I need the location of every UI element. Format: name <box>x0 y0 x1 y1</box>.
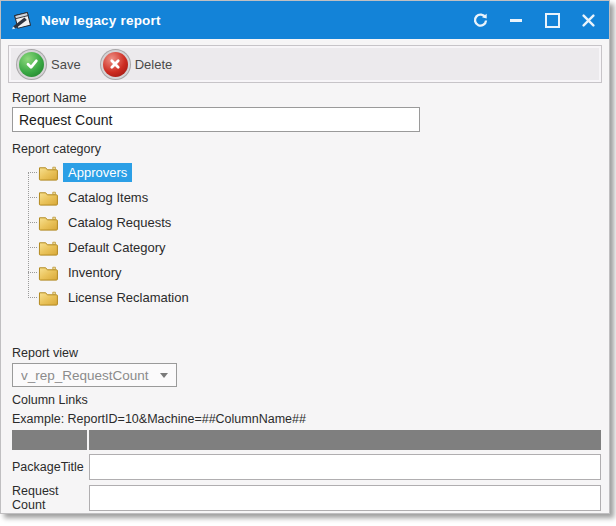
tree-item-approvers[interactable]: Approvers <box>17 160 317 185</box>
report-note-icon <box>11 10 33 30</box>
new-legacy-report-dialog: New legacy report <box>0 0 610 514</box>
report-category-label: Report category <box>12 142 101 156</box>
refresh-icon[interactable] <box>469 9 491 31</box>
report-view-label: Report view <box>12 346 78 360</box>
save-button[interactable]: Save <box>19 52 81 77</box>
delete-label: Delete <box>135 57 173 72</box>
packagetitle-link-input[interactable] <box>89 454 601 480</box>
save-check-icon <box>19 52 44 77</box>
tree-item-license-reclamation[interactable]: License Reclamation <box>17 285 317 310</box>
maximize-button[interactable] <box>541 9 563 31</box>
header-cell-link <box>89 430 601 450</box>
column-row-label: PackageTitle <box>12 460 89 474</box>
folder-icon <box>38 190 58 206</box>
tree-item-label: Inventory <box>63 263 126 282</box>
save-label: Save <box>51 57 81 72</box>
folder-icon <box>38 165 58 181</box>
column-links-label: Column Links <box>12 393 88 407</box>
tree-item-catalog-requests[interactable]: Catalog Requests <box>17 210 317 235</box>
window-controls <box>469 9 599 31</box>
delete-x-icon <box>103 52 128 77</box>
column-links-table-header <box>12 430 601 450</box>
request-count-link-input[interactable] <box>89 485 601 511</box>
report-view-select[interactable]: v_rep_RequestCount <box>12 363 177 387</box>
folder-icon <box>38 265 58 281</box>
tree-item-inventory[interactable]: Inventory <box>17 260 317 285</box>
table-row: Request Count <box>12 484 601 512</box>
column-links-example: Example: ReportID=10&Machine=##ColumnNam… <box>12 412 306 426</box>
tree-item-label: Catalog Items <box>63 188 153 207</box>
toolbar: Save Delete <box>8 45 602 83</box>
tree-item-label: Default Category <box>63 238 171 257</box>
folder-icon <box>38 240 58 256</box>
tree-item-default-category[interactable]: Default Category <box>17 235 317 260</box>
chevron-down-icon <box>160 373 168 378</box>
folder-icon <box>38 290 58 306</box>
screen: New legacy report <box>0 0 616 526</box>
window-title: New legacy report <box>41 13 161 28</box>
category-tree: Approvers Catalog Items Catalog Requests <box>17 160 317 310</box>
titlebar: New legacy report <box>1 1 609 39</box>
report-name-label: Report Name <box>12 91 86 105</box>
tree-item-label: License Reclamation <box>63 288 194 307</box>
close-button[interactable] <box>577 9 599 31</box>
report-name-input[interactable] <box>12 107 420 132</box>
column-row-label: Request Count <box>12 484 89 512</box>
header-cell-name <box>12 430 87 450</box>
report-view-value: v_rep_RequestCount <box>21 368 160 383</box>
tree-item-catalog-items[interactable]: Catalog Items <box>17 185 317 210</box>
tree-item-label: Catalog Requests <box>63 213 176 232</box>
table-row: PackageTitle <box>12 453 601 481</box>
tree-item-label: Approvers <box>63 163 132 182</box>
delete-button[interactable]: Delete <box>103 52 173 77</box>
folder-icon <box>38 215 58 231</box>
minimize-button[interactable] <box>505 9 527 31</box>
